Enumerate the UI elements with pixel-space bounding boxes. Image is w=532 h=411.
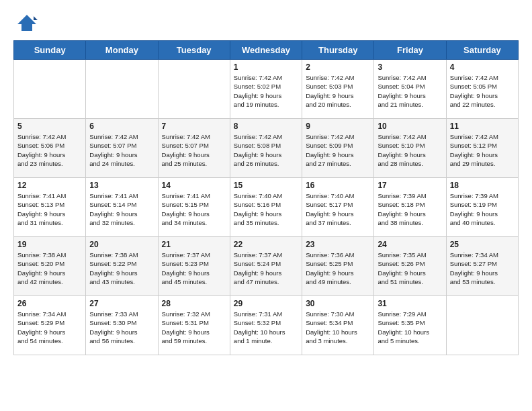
day-info: Sunrise: 7:42 AM Sunset: 5:03 PM Dayligh… [306, 73, 370, 109]
day-info: Sunrise: 7:42 AM Sunset: 5:07 PM Dayligh… [162, 132, 226, 168]
day-number: 14 [162, 181, 226, 190]
day-info: Sunrise: 7:42 AM Sunset: 5:10 PM Dayligh… [378, 132, 442, 168]
calendar-cell [446, 296, 518, 355]
day-number: 17 [378, 181, 442, 190]
header [13, 11, 519, 35]
calendar-cell: 2Sunrise: 7:42 AM Sunset: 5:03 PM Daylig… [302, 60, 374, 119]
calendar-cell: 19Sunrise: 7:38 AM Sunset: 5:20 PM Dayli… [14, 237, 86, 296]
calendar-cell: 22Sunrise: 7:37 AM Sunset: 5:24 PM Dayli… [230, 237, 302, 296]
weekday-header: Monday [86, 41, 158, 60]
calendar-cell: 4Sunrise: 7:42 AM Sunset: 5:05 PM Daylig… [446, 60, 518, 119]
day-number: 27 [89, 299, 154, 308]
day-info: Sunrise: 7:30 AM Sunset: 5:34 PM Dayligh… [306, 310, 370, 345]
calendar-cell: 1Sunrise: 7:42 AM Sunset: 5:02 PM Daylig… [230, 60, 302, 119]
day-info: Sunrise: 7:36 AM Sunset: 5:25 PM Dayligh… [306, 250, 370, 286]
day-number: 24 [378, 240, 442, 249]
calendar-cell: 20Sunrise: 7:38 AM Sunset: 5:22 PM Dayli… [86, 237, 158, 296]
day-number: 20 [89, 240, 154, 249]
calendar-cell: 23Sunrise: 7:36 AM Sunset: 5:25 PM Dayli… [302, 237, 374, 296]
day-number: 10 [378, 122, 442, 131]
day-number: 9 [306, 122, 370, 131]
calendar-cell: 14Sunrise: 7:41 AM Sunset: 5:15 PM Dayli… [158, 178, 230, 237]
calendar-cell: 6Sunrise: 7:42 AM Sunset: 5:07 PM Daylig… [86, 119, 158, 178]
calendar-cell: 24Sunrise: 7:35 AM Sunset: 5:26 PM Dayli… [374, 237, 446, 296]
day-number: 23 [306, 240, 370, 249]
day-info: Sunrise: 7:42 AM Sunset: 5:07 PM Dayligh… [89, 132, 154, 168]
weekday-header: Saturday [446, 41, 518, 60]
calendar-cell: 31Sunrise: 7:29 AM Sunset: 5:35 PM Dayli… [374, 296, 446, 355]
day-info: Sunrise: 7:37 AM Sunset: 5:23 PM Dayligh… [162, 250, 226, 286]
day-number: 26 [17, 299, 82, 308]
calendar-cell [14, 60, 86, 119]
day-number: 28 [162, 299, 226, 308]
day-number: 6 [89, 122, 154, 131]
day-number: 25 [450, 240, 515, 249]
day-number: 15 [234, 181, 298, 190]
week-row: 26Sunrise: 7:34 AM Sunset: 5:29 PM Dayli… [14, 296, 519, 355]
day-info: Sunrise: 7:42 AM Sunset: 5:02 PM Dayligh… [234, 73, 298, 109]
calendar-cell: 3Sunrise: 7:42 AM Sunset: 5:04 PM Daylig… [374, 60, 446, 119]
calendar-cell [158, 60, 230, 119]
calendar-cell: 7Sunrise: 7:42 AM Sunset: 5:07 PM Daylig… [158, 119, 230, 178]
day-number: 21 [162, 240, 226, 249]
day-info: Sunrise: 7:42 AM Sunset: 5:08 PM Dayligh… [234, 132, 298, 168]
calendar-cell: 28Sunrise: 7:32 AM Sunset: 5:31 PM Dayli… [158, 296, 230, 355]
calendar-cell: 30Sunrise: 7:30 AM Sunset: 5:34 PM Dayli… [302, 296, 374, 355]
logo-icon [13, 11, 38, 35]
weekday-header: Wednesday [230, 41, 302, 60]
calendar-cell: 21Sunrise: 7:37 AM Sunset: 5:23 PM Dayli… [158, 237, 230, 296]
weekday-header: Thursday [302, 41, 374, 60]
day-info: Sunrise: 7:42 AM Sunset: 5:04 PM Dayligh… [378, 73, 442, 109]
day-info: Sunrise: 7:42 AM Sunset: 5:12 PM Dayligh… [450, 132, 515, 168]
logo [13, 11, 40, 35]
calendar-cell: 13Sunrise: 7:41 AM Sunset: 5:14 PM Dayli… [86, 178, 158, 237]
day-info: Sunrise: 7:38 AM Sunset: 5:22 PM Dayligh… [89, 250, 154, 286]
day-info: Sunrise: 7:34 AM Sunset: 5:29 PM Dayligh… [17, 310, 82, 345]
day-info: Sunrise: 7:35 AM Sunset: 5:26 PM Dayligh… [378, 250, 442, 286]
calendar-cell: 5Sunrise: 7:42 AM Sunset: 5:06 PM Daylig… [14, 119, 86, 178]
weekday-header-row: SundayMondayTuesdayWednesdayThursdayFrid… [14, 41, 519, 60]
day-number: 19 [17, 240, 82, 249]
day-number: 2 [306, 62, 370, 72]
week-row: 19Sunrise: 7:38 AM Sunset: 5:20 PM Dayli… [14, 237, 519, 296]
day-info: Sunrise: 7:41 AM Sunset: 5:14 PM Dayligh… [89, 191, 154, 227]
day-number: 1 [234, 62, 298, 72]
day-info: Sunrise: 7:39 AM Sunset: 5:18 PM Dayligh… [378, 191, 442, 227]
day-info: Sunrise: 7:40 AM Sunset: 5:17 PM Dayligh… [306, 191, 370, 227]
day-number: 5 [17, 122, 82, 131]
day-number: 29 [234, 299, 298, 308]
calendar-cell: 17Sunrise: 7:39 AM Sunset: 5:18 PM Dayli… [374, 178, 446, 237]
day-number: 11 [450, 122, 515, 131]
day-info: Sunrise: 7:33 AM Sunset: 5:30 PM Dayligh… [89, 310, 154, 345]
day-number: 13 [89, 181, 154, 190]
calendar-cell: 10Sunrise: 7:42 AM Sunset: 5:10 PM Dayli… [374, 119, 446, 178]
calendar-cell: 8Sunrise: 7:42 AM Sunset: 5:08 PM Daylig… [230, 119, 302, 178]
calendar-cell: 16Sunrise: 7:40 AM Sunset: 5:17 PM Dayli… [302, 178, 374, 237]
day-number: 30 [306, 299, 370, 308]
weekday-header: Sunday [14, 41, 86, 60]
day-info: Sunrise: 7:41 AM Sunset: 5:13 PM Dayligh… [17, 191, 82, 227]
day-number: 4 [450, 62, 515, 72]
day-info: Sunrise: 7:40 AM Sunset: 5:16 PM Dayligh… [234, 191, 298, 227]
day-number: 16 [306, 181, 370, 190]
day-info: Sunrise: 7:42 AM Sunset: 5:09 PM Dayligh… [306, 132, 370, 168]
day-number: 31 [378, 299, 442, 308]
day-info: Sunrise: 7:42 AM Sunset: 5:06 PM Dayligh… [17, 132, 82, 168]
day-info: Sunrise: 7:41 AM Sunset: 5:15 PM Dayligh… [162, 191, 226, 227]
weekday-header: Tuesday [158, 41, 230, 60]
day-info: Sunrise: 7:34 AM Sunset: 5:27 PM Dayligh… [450, 250, 515, 286]
day-number: 8 [234, 122, 298, 131]
calendar: SundayMondayTuesdayWednesdayThursdayFrid… [13, 40, 519, 355]
day-number: 12 [17, 181, 82, 190]
day-number: 3 [378, 62, 442, 72]
day-info: Sunrise: 7:31 AM Sunset: 5:32 PM Dayligh… [234, 310, 298, 345]
calendar-cell [86, 60, 158, 119]
day-info: Sunrise: 7:39 AM Sunset: 5:19 PM Dayligh… [450, 191, 515, 227]
calendar-cell: 12Sunrise: 7:41 AM Sunset: 5:13 PM Dayli… [14, 178, 86, 237]
weekday-header: Friday [374, 41, 446, 60]
page-container: SundayMondayTuesdayWednesdayThursdayFrid… [0, 0, 532, 362]
day-info: Sunrise: 7:42 AM Sunset: 5:05 PM Dayligh… [450, 73, 515, 109]
day-info: Sunrise: 7:32 AM Sunset: 5:31 PM Dayligh… [162, 310, 226, 345]
calendar-cell: 27Sunrise: 7:33 AM Sunset: 5:30 PM Dayli… [86, 296, 158, 355]
calendar-cell: 18Sunrise: 7:39 AM Sunset: 5:19 PM Dayli… [446, 178, 518, 237]
